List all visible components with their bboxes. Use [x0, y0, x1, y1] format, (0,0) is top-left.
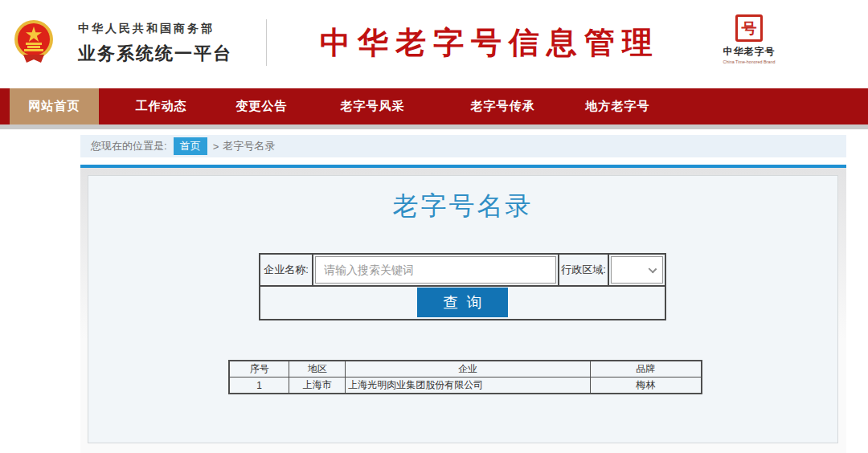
search-form-button-row: 查询	[260, 287, 665, 318]
nav-tab-brand-heritage[interactable]: 老字号传承	[458, 88, 547, 124]
cell-no: 1	[229, 378, 289, 394]
breadcrumb-current: 老字号名录	[223, 139, 275, 153]
region-select[interactable]	[611, 256, 663, 284]
col-header-brand: 品牌	[590, 361, 702, 378]
breadcrumb-prefix: 您现在的位置是:	[91, 139, 167, 153]
nav-tab-work-updates[interactable]: 工作动态	[117, 88, 206, 124]
gov-title-block: 中华人民共和国商务部 业务系统统一平台	[78, 22, 232, 66]
nav-tab-brand-showcase[interactable]: 老字号风采	[328, 88, 417, 124]
main-nav: 网站首页 工作动态 变更公告 老字号风采 老字号传承 地方老字号	[0, 88, 868, 124]
ministry-name: 中华人民共和国商务部	[78, 22, 232, 36]
search-form: 企业名称: 行政区域: 查询	[259, 253, 666, 320]
company-name-input[interactable]	[315, 256, 556, 284]
search-form-fields-row: 企业名称: 行政区域:	[260, 255, 665, 287]
national-emblem-icon	[14, 19, 54, 64]
nav-tab-home[interactable]: 网站首页	[10, 88, 99, 124]
nav-tab-local-brands[interactable]: 地方老字号	[573, 88, 662, 124]
brand-seal-icon: 号	[735, 14, 763, 42]
page-title: 老字号名录	[88, 189, 837, 224]
col-header-company: 企业	[346, 361, 590, 378]
cell-company: 上海光明肉业集团股份有限公司	[346, 378, 590, 394]
platform-name: 业务系统统一平台	[78, 42, 232, 66]
header-divider	[266, 19, 267, 66]
brand-logo: 号 中华老字号 China Time-honored Brand	[710, 14, 788, 64]
company-name-label: 企业名称:	[260, 255, 313, 285]
breadcrumb: 您现在的位置是: 首页 > 老字号名录	[80, 135, 846, 157]
site-title: 中华老字号信息管理	[320, 22, 660, 63]
region-label: 行政区域:	[559, 255, 609, 285]
results-table: 序号 地区 企业 品牌 1 上海市 上海光明肉业集团股份有限公司 梅林	[228, 360, 702, 394]
breadcrumb-home-link[interactable]: 首页	[174, 137, 207, 155]
cell-brand: 梅林	[590, 378, 702, 394]
region-cell	[609, 255, 665, 285]
site-header: 中华人民共和国商务部 业务系统统一平台 中华老字号信息管理 号 中华老字号 Ch…	[0, 0, 868, 88]
content-panel: 老字号名录 企业名称: 行政区域: 查询	[80, 165, 846, 453]
chevron-down-icon	[649, 265, 657, 274]
col-header-no: 序号	[229, 361, 289, 378]
company-name-cell	[313, 255, 559, 285]
cell-region: 上海市	[289, 378, 346, 394]
nav-tab-change-announcements[interactable]: 变更公告	[217, 88, 306, 124]
content-panel-inner: 老字号名录 企业名称: 行政区域: 查询	[88, 175, 838, 443]
table-row: 1 上海市 上海光明肉业集团股份有限公司 梅林	[229, 378, 702, 394]
col-header-region: 地区	[289, 361, 346, 378]
query-button[interactable]: 查询	[417, 288, 508, 317]
nav-shadow-strip	[0, 124, 868, 129]
brand-english: China Time-honored Brand	[714, 59, 784, 63]
breadcrumb-separator: >	[213, 141, 219, 153]
brand-name: 中华老字号	[710, 45, 788, 59]
results-header-row: 序号 地区 企业 品牌	[229, 361, 702, 378]
